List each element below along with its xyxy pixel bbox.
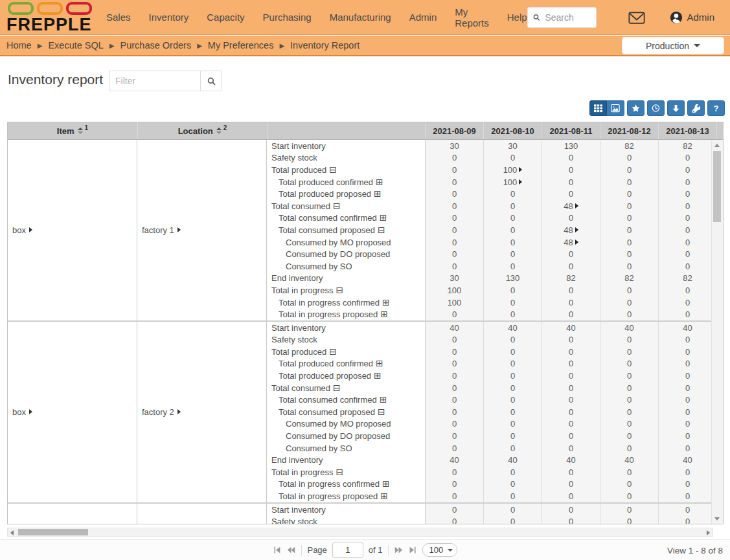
frepple-logo[interactable]: FREPPLE [6, 1, 92, 34]
collapse-icon[interactable]: ⊟ [333, 202, 341, 210]
drill-right-icon[interactable] [29, 409, 32, 414]
expand-icon[interactable]: ⊞ [380, 492, 388, 500]
filter-search-button[interactable] [200, 71, 222, 91]
scroll-up-icon[interactable] [714, 144, 720, 147]
inbox-button[interactable] [628, 10, 646, 25]
value-cell[interactable]: 48 [542, 200, 600, 212]
location-cell[interactable]: factory 1 [137, 140, 267, 320]
breadcrumb-my-preferences[interactable]: My Preferences [208, 40, 274, 50]
breadcrumb-inventory-report[interactable]: Inventory Report [290, 40, 359, 50]
column-header-item[interactable]: Item1 [8, 122, 137, 139]
expand-icon[interactable]: ⊞ [376, 178, 383, 186]
expand-icon[interactable]: ⊞ [382, 298, 390, 307]
column-header-2021-08-13[interactable]: 2021-08-13 [658, 122, 716, 139]
value-cell[interactable]: 48 [542, 236, 600, 249]
value-cell[interactable]: 100 [483, 176, 542, 188]
location-cell[interactable]: factory 2 [137, 322, 267, 502]
drill-right-icon[interactable] [177, 409, 181, 414]
breadcrumb-execute-sql[interactable]: Execute SQL [48, 40, 103, 50]
value-cell[interactable]: 100 [483, 164, 542, 176]
column-header-2021-08-10[interactable]: 2021-08-10 [483, 122, 542, 139]
first-page-button[interactable] [273, 546, 281, 554]
sort-icon[interactable] [78, 128, 83, 134]
favorite-button[interactable] [627, 100, 644, 116]
filter-input[interactable] [109, 71, 200, 91]
metric-label-text: Consumed by DO proposed [286, 249, 390, 259]
expand-icon[interactable]: ⊞ [374, 190, 382, 198]
export-download-button[interactable] [667, 100, 685, 116]
detail-drill-icon[interactable] [575, 227, 578, 232]
logo-pill-orange-icon [37, 2, 63, 15]
nav-item-sales[interactable]: Sales [106, 12, 131, 23]
collapse-icon[interactable]: ⊟ [336, 286, 343, 295]
nav-item-inventory[interactable]: Inventory [149, 12, 189, 23]
table-view-button[interactable] [589, 100, 607, 116]
value-cell: 0 [425, 515, 483, 524]
collapse-icon[interactable]: ⊟ [378, 408, 385, 416]
page-size-select[interactable]: 100 [422, 543, 457, 557]
detail-drill-icon[interactable] [575, 240, 578, 245]
drill-right-icon[interactable] [177, 227, 181, 232]
column-header-2021-08-11[interactable]: 2021-08-11 [542, 122, 600, 139]
collapse-icon[interactable]: ⊟ [333, 384, 341, 392]
time-buckets-button[interactable] [647, 100, 665, 116]
nav-item-help[interactable]: Help [507, 12, 527, 23]
last-page-button[interactable] [409, 546, 417, 554]
vertical-scrollbar[interactable] [711, 140, 723, 524]
value-cell: 0 [483, 418, 542, 431]
column-header-2021-08-09[interactable]: 2021-08-09 [425, 122, 483, 139]
page-number-input[interactable] [332, 543, 363, 558]
customize-button[interactable] [687, 100, 705, 116]
value-cell: 0 [542, 430, 600, 442]
breadcrumb-home[interactable]: Home [6, 40, 32, 50]
column-header-2021-08-14[interactable]: 2021-08-14 [716, 122, 724, 139]
prev-page-button[interactable] [286, 546, 296, 554]
sort-icon[interactable] [216, 128, 222, 134]
column-header-2021-08-12[interactable]: 2021-08-12 [600, 122, 658, 139]
nav-item-capacity[interactable]: Capacity [207, 12, 244, 23]
nav-item-manufacturing[interactable]: Manufacturing [330, 12, 391, 23]
expand-icon[interactable]: ⊞ [374, 372, 382, 380]
item-cell[interactable]: box [8, 140, 137, 320]
scroll-right-icon[interactable] [707, 530, 710, 535]
scroll-down-icon[interactable] [714, 517, 720, 521]
detail-drill-icon[interactable] [519, 179, 522, 185]
cell-value: 0 [685, 395, 690, 405]
value-cell: 0 [658, 224, 716, 236]
expand-icon[interactable]: ⊞ [376, 359, 383, 368]
value-cell: 0 [425, 478, 483, 491]
scroll-left-icon[interactable] [10, 530, 14, 535]
global-search[interactable] [527, 7, 597, 28]
expand-icon[interactable]: ⊞ [382, 480, 390, 488]
filter-group [109, 71, 222, 91]
detail-drill-icon[interactable] [575, 203, 578, 208]
column-header-location[interactable]: Location2 [137, 122, 267, 139]
next-page-button[interactable] [394, 546, 404, 554]
value-cell: 0 [658, 466, 716, 478]
nav-item-my-reports[interactable]: My Reports [455, 6, 489, 28]
horizontal-scrollbar[interactable] [7, 528, 713, 537]
breadcrumb-purchase-orders[interactable]: Purchase Orders [120, 40, 192, 50]
collapse-icon[interactable]: ⊟ [329, 166, 337, 174]
cell-value: 0 [510, 505, 515, 515]
nav-item-admin[interactable]: Admin [409, 12, 437, 23]
value-cell[interactable]: 48 [542, 224, 600, 236]
user-menu[interactable]: Admin [669, 10, 714, 25]
collapse-icon[interactable]: ⊟ [378, 226, 385, 234]
drill-right-icon[interactable] [29, 227, 32, 232]
expand-icon[interactable]: ⊞ [380, 396, 387, 404]
user-avatar-icon [669, 10, 683, 25]
collapse-icon[interactable]: ⊟ [336, 468, 343, 476]
expand-icon[interactable]: ⊞ [380, 310, 388, 319]
scenario-selector-button[interactable]: Production [622, 37, 724, 54]
collapse-icon[interactable]: ⊟ [329, 348, 337, 356]
vertical-scrollbar-thumb[interactable] [713, 151, 721, 222]
nav-item-purchasing[interactable]: Purchasing [263, 12, 312, 23]
detail-drill-icon[interactable] [519, 167, 522, 172]
expand-icon[interactable]: ⊞ [380, 214, 387, 222]
help-button[interactable]: ? [707, 100, 725, 116]
item-cell[interactable]: box [8, 322, 137, 502]
graph-view-button[interactable] [607, 100, 624, 116]
global-search-input[interactable] [543, 12, 591, 23]
horizontal-scrollbar-thumb[interactable] [18, 529, 88, 535]
